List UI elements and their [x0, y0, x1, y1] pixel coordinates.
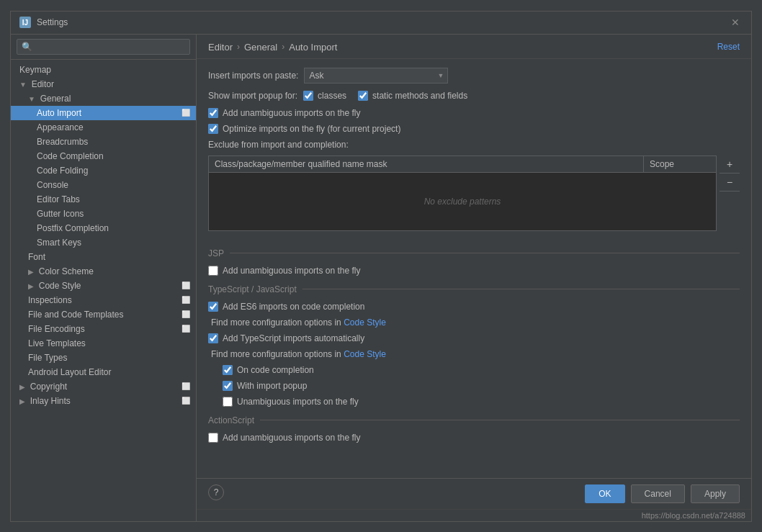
- close-button[interactable]: ✕: [728, 16, 743, 29]
- static-methods-label: static methods and fields: [372, 91, 467, 101]
- add-unambiguous-label: Add unambiguous imports on the fly: [223, 108, 360, 118]
- ts-code-style-link-2[interactable]: Code Style: [344, 349, 386, 359]
- sidebar-item-console[interactable]: Console: [11, 178, 196, 192]
- sidebar-item-editor-tabs[interactable]: Editor Tabs: [11, 192, 196, 207]
- ts-more-config-1-text: Find more configuration options in: [211, 317, 341, 328]
- add-unambiguous-checkbox[interactable]: [208, 108, 218, 118]
- sidebar-item-code-folding[interactable]: Code Folding: [11, 163, 196, 178]
- as-section-label: ActionScript: [208, 415, 254, 425]
- code-folding-label: Code Folding: [37, 166, 88, 176]
- gutter-icons-label: Gutter Icons: [37, 209, 84, 219]
- sidebar-item-android-layout-editor[interactable]: Android Layout Editor: [11, 365, 196, 379]
- ts-es6-row[interactable]: Add ES6 imports on code completion: [208, 302, 740, 312]
- ts-add-typescript-row[interactable]: Add TypeScript imports automatically: [208, 333, 740, 343]
- classes-checkbox[interactable]: [303, 91, 313, 101]
- ts-with-import-label: With import popup: [237, 381, 307, 391]
- ts-add-typescript-checkbox[interactable]: [208, 333, 218, 343]
- inspections-label: Inspections: [28, 295, 72, 305]
- file-encodings-label: File Encodings: [28, 324, 85, 334]
- settings-tree: Keymap ▼ Editor ▼ General Auto Import ⬜ …: [11, 60, 196, 521]
- ts-with-import-checkbox[interactable]: [223, 381, 233, 391]
- ts-more-config-2-row: Find more configuration options in Code …: [211, 349, 740, 359]
- android-layout-editor-label: Android Layout Editor: [28, 367, 111, 377]
- keymap-label: Keymap: [19, 65, 51, 75]
- table-add-button[interactable]: +: [720, 155, 740, 173]
- color-scheme-label: Color Scheme: [39, 266, 94, 276]
- sidebar-item-postfix-completion[interactable]: Postfix Completion: [11, 221, 196, 235]
- jsp-add-checkbox[interactable]: [208, 266, 218, 276]
- reset-button[interactable]: Reset: [717, 42, 740, 52]
- table-col1-header: Class/package/member qualified name mask: [209, 156, 644, 172]
- breadcrumb-editor: Editor: [208, 42, 233, 53]
- ts-on-completion-row[interactable]: On code completion: [223, 365, 740, 375]
- as-add-row[interactable]: Add unambiguous imports on the fly: [208, 433, 740, 443]
- sidebar-item-editor[interactable]: ▼ Editor: [11, 77, 196, 91]
- table-header: Class/package/member qualified name mask…: [209, 156, 716, 173]
- postfix-completion-label: Postfix Completion: [37, 223, 109, 233]
- sidebar-item-file-types[interactable]: File Types: [11, 351, 196, 365]
- dialog-footer: ? OK Cancel Apply: [197, 478, 751, 509]
- sidebar-item-copyright[interactable]: ▶ Copyright ⬜: [11, 379, 196, 394]
- static-methods-checkbox-row[interactable]: static methods and fields: [358, 91, 467, 101]
- optimize-imports-checkbox[interactable]: [208, 124, 218, 134]
- add-unambiguous-row[interactable]: Add unambiguous imports on the fly: [208, 108, 740, 118]
- insert-imports-select[interactable]: Ask Always Never: [304, 68, 448, 84]
- live-templates-label: Live Templates: [28, 338, 86, 348]
- editor-tabs-label: Editor Tabs: [37, 194, 80, 204]
- classes-checkbox-row[interactable]: classes: [303, 91, 346, 101]
- sidebar-item-file-encodings[interactable]: File Encodings ⬜: [11, 322, 196, 336]
- sidebar-item-gutter-icons[interactable]: Gutter Icons: [11, 207, 196, 221]
- apply-button[interactable]: Apply: [691, 484, 740, 503]
- sidebar-item-live-templates[interactable]: Live Templates: [11, 336, 196, 351]
- breadcrumb-path: Editor › General › Auto Import: [208, 42, 337, 53]
- file-and-code-templates-label: File and Code Templates: [28, 310, 124, 320]
- sidebar-item-file-and-code-templates[interactable]: File and Code Templates ⬜: [11, 307, 196, 322]
- sidebar: Keymap ▼ Editor ▼ General Auto Import ⬜ …: [11, 35, 197, 521]
- copyright-label: Copyright: [30, 382, 67, 392]
- sidebar-item-breadcrumbs[interactable]: Breadcrumbs: [11, 135, 196, 149]
- sidebar-item-appearance[interactable]: Appearance: [11, 120, 196, 135]
- ts-es6-checkbox[interactable]: [208, 302, 218, 312]
- ts-on-completion-checkbox[interactable]: [223, 365, 233, 375]
- sidebar-item-inlay-hints[interactable]: ▶ Inlay Hints ⬜: [11, 394, 196, 408]
- auto-import-label: Auto Import: [37, 108, 81, 118]
- ts-code-style-link-1[interactable]: Code Style: [344, 317, 386, 328]
- jsp-add-row[interactable]: Add unambiguous imports on the fly: [208, 266, 740, 276]
- jsp-divider-line: [230, 253, 740, 253]
- breadcrumb-general: General: [244, 42, 277, 53]
- table-actions: + −: [720, 155, 740, 240]
- sidebar-item-font[interactable]: Font: [11, 250, 196, 264]
- cancel-button[interactable]: Cancel: [631, 484, 685, 503]
- optimize-imports-row[interactable]: Optimize imports on the fly (for current…: [208, 124, 740, 134]
- sidebar-item-code-style[interactable]: ▶ Code Style ⬜: [11, 279, 196, 293]
- sidebar-item-auto-import[interactable]: Auto Import ⬜: [11, 106, 196, 120]
- sidebar-item-inspections[interactable]: Inspections ⬜: [11, 293, 196, 307]
- static-methods-checkbox[interactable]: [358, 91, 368, 101]
- file-templates-icon: ⬜: [181, 310, 190, 318]
- ts-more-config-1-row: Find more configuration options in Code …: [211, 317, 740, 328]
- ts-unambiguous-checkbox[interactable]: [223, 397, 233, 407]
- console-label: Console: [37, 180, 68, 190]
- table-col2-header: Scope: [644, 156, 716, 172]
- table-remove-button[interactable]: −: [720, 173, 740, 191]
- dialog-body: Keymap ▼ Editor ▼ General Auto Import ⬜ …: [11, 35, 751, 521]
- table-body: No exclude patterns: [209, 173, 716, 230]
- sidebar-item-general[interactable]: ▼ General: [11, 91, 196, 106]
- sidebar-item-color-scheme[interactable]: ▶ Color Scheme: [11, 264, 196, 279]
- exclude-table-container: Class/package/member qualified name mask…: [208, 155, 717, 231]
- breadcrumb-sep2: ›: [282, 42, 284, 52]
- sidebar-item-keymap[interactable]: Keymap: [11, 63, 196, 77]
- ts-unambiguous-row[interactable]: Unambiguous imports on the fly: [223, 397, 740, 407]
- sidebar-item-smart-keys[interactable]: Smart Keys: [11, 235, 196, 250]
- as-divider-line: [260, 420, 740, 420]
- sidebar-item-code-completion[interactable]: Code Completion: [11, 149, 196, 163]
- exclude-label: Exclude from import and completion:: [208, 140, 740, 150]
- ts-section-label: TypeScript / JavaScript: [208, 284, 297, 294]
- ok-button[interactable]: OK: [585, 484, 624, 503]
- as-add-checkbox[interactable]: [208, 433, 218, 443]
- ts-with-import-row[interactable]: With import popup: [223, 381, 740, 391]
- as-divider: ActionScript: [208, 415, 740, 425]
- help-button[interactable]: ?: [208, 484, 224, 500]
- search-input[interactable]: [17, 39, 190, 55]
- breadcrumb: Editor › General › Auto Import Reset: [197, 35, 751, 59]
